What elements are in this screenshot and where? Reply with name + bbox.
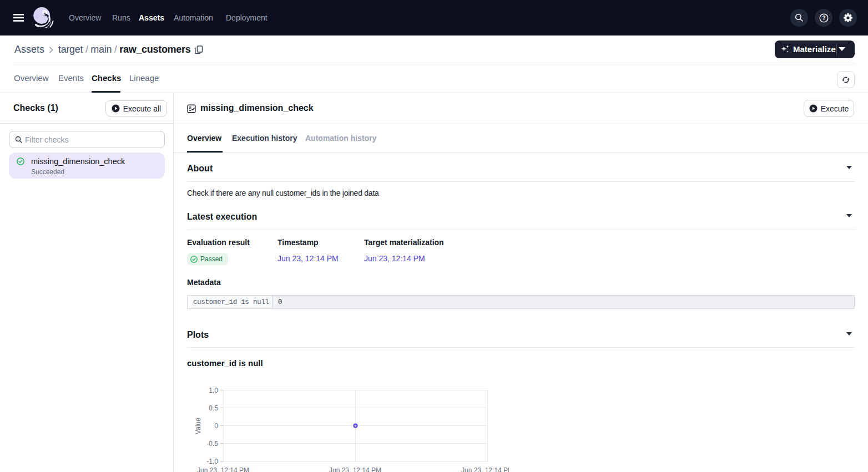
svg-text:Value: Value bbox=[194, 418, 202, 434]
svg-text:Jun 23, 12:14 PM: Jun 23, 12:14 PM bbox=[461, 466, 509, 472]
svg-text:Jun 23, 12:14 PM: Jun 23, 12:14 PM bbox=[329, 466, 381, 472]
svg-text:-1.0: -1.0 bbox=[206, 458, 218, 465]
svg-text:0: 0 bbox=[214, 422, 218, 430]
svg-text:-0.5: -0.5 bbox=[206, 440, 218, 448]
svg-text:1.0: 1.0 bbox=[209, 387, 218, 394]
svg-text:0.5: 0.5 bbox=[209, 404, 218, 412]
svg-text:Jun 23, 12:14 PM: Jun 23, 12:14 PM bbox=[197, 466, 249, 472]
svg-text:?: ? bbox=[822, 15, 825, 21]
